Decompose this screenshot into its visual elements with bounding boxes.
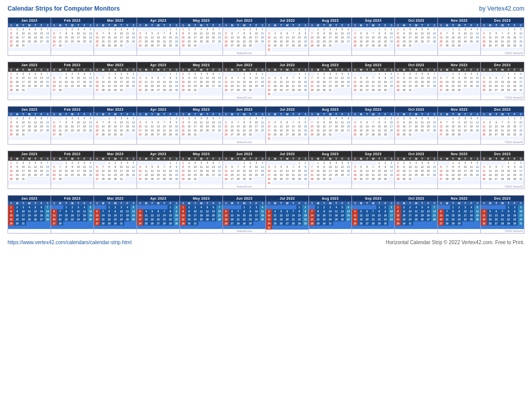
day-cell: 2 (302, 27, 308, 31)
day-cell (413, 88, 419, 92)
day-cell: 29 (296, 177, 302, 181)
day-cell (118, 48, 124, 51)
day-cell (204, 225, 210, 229)
day-cell: 2 (247, 116, 253, 120)
day-cell (431, 177, 437, 181)
day-header-cell: F (253, 23, 259, 27)
day-cell: 3 (388, 72, 394, 76)
day-cell (272, 161, 278, 165)
day-cell: 17 (327, 80, 333, 84)
day-cell: 8 (376, 209, 382, 213)
day-cell (130, 225, 137, 229)
day-cell: 26 (339, 217, 345, 221)
day-header-cell: T (333, 68, 339, 72)
day-header-cell: S (45, 68, 51, 72)
day-header-cell: S (474, 201, 480, 205)
day-header-cell: M (401, 68, 407, 72)
month-block: Nov 2023SMTWTFS1234567891011121314151617… (438, 196, 481, 233)
day-cell (124, 136, 130, 140)
day-header-cell: T (419, 112, 425, 116)
day-cell: 16 (456, 169, 462, 173)
month-header: Apr 2023 (137, 62, 180, 68)
day-cell: 20 (493, 84, 499, 88)
day-cell: 23 (69, 217, 75, 221)
day-cell: 30 (186, 88, 192, 92)
day-cell: 13 (345, 165, 351, 169)
day-cell: 30 (382, 88, 388, 92)
day-cell: 29 (8, 221, 14, 225)
day-header-cell: M (444, 68, 450, 72)
day-cell: 21 (290, 217, 296, 221)
day-cell (32, 136, 38, 140)
day-header-cell: T (290, 157, 296, 161)
day-cell: 5 (487, 209, 493, 213)
day-cell (499, 225, 505, 229)
day-cell: 28 (216, 128, 223, 132)
day-cell (333, 136, 339, 140)
day-cell: 16 (321, 124, 327, 128)
day-cell: 7 (499, 31, 505, 35)
day-cell (290, 225, 296, 230)
day-cell: 28 (370, 43, 376, 48)
day-cell: 18 (26, 80, 32, 84)
day-cell: 14 (499, 80, 505, 84)
month-block: Dec 2023SMTWTFS1234567891011121314151617… (481, 196, 524, 233)
day-cell (149, 205, 155, 209)
day-cell: 3 (137, 209, 143, 213)
day-cell: 5 (130, 116, 137, 120)
day-cell: 9 (401, 165, 407, 169)
day-cell (345, 92, 351, 96)
day-header-cell: M (186, 157, 192, 161)
day-cell: 22 (8, 173, 14, 177)
day-cell: 12 (87, 76, 94, 80)
day-cell: 26 (339, 39, 345, 43)
day-cell: 17 (192, 35, 198, 39)
day-cell: 10 (192, 31, 198, 35)
day-cell: 10 (327, 31, 333, 35)
day-cell: 31 (20, 177, 26, 181)
day-header-cell: T (204, 201, 210, 205)
day-cell: 10 (20, 76, 26, 80)
day-cell: 12 (87, 209, 94, 213)
day-cell: 21 (499, 173, 505, 177)
day-cell: 21 (100, 173, 106, 177)
day-cell (149, 92, 155, 96)
day-cell: 13 (425, 31, 431, 35)
day-cell (481, 92, 487, 96)
day-cell: 4 (352, 31, 358, 35)
day-cell: 6 (155, 120, 161, 124)
day-cell: 30 (247, 43, 253, 48)
day-cell: 9 (69, 120, 75, 124)
day-header-cell: F (38, 68, 45, 72)
day-cell: 26 (204, 128, 210, 132)
day-cell: 13 (438, 35, 444, 39)
day-cell (474, 48, 480, 51)
day-cell: 29 (180, 43, 186, 48)
day-cell (210, 132, 216, 136)
day-header-cell: W (112, 23, 118, 27)
day-header-cell: S (51, 157, 57, 161)
day-header-cell: F (468, 23, 474, 27)
day-cell: 13 (51, 124, 57, 128)
day-cell: 14 (57, 213, 63, 217)
day-cell: 3 (192, 116, 198, 120)
day-cell: 14 (444, 213, 450, 217)
day-cell (364, 92, 370, 96)
day-cell: 21 (309, 84, 315, 88)
day-cell: 2 (186, 72, 192, 76)
day-cell (81, 132, 87, 136)
day-cell: 5 (474, 116, 480, 120)
day-cell: 29 (506, 177, 512, 181)
day-cell: 20 (229, 217, 235, 221)
day-cell: 12 (149, 35, 155, 39)
day-cell: 16 (382, 213, 388, 217)
day-header-cell: W (499, 112, 505, 116)
day-cell (401, 136, 407, 140)
month-block: Nov 2023SMTWTFS1234567891011121314151617… (438, 62, 481, 100)
day-cell: 14 (45, 31, 51, 35)
day-cell (315, 225, 321, 229)
day-cell (278, 205, 284, 209)
day-cell: 2 (69, 116, 75, 120)
month-header: Feb 2023 (51, 196, 94, 201)
day-cell (259, 92, 265, 96)
